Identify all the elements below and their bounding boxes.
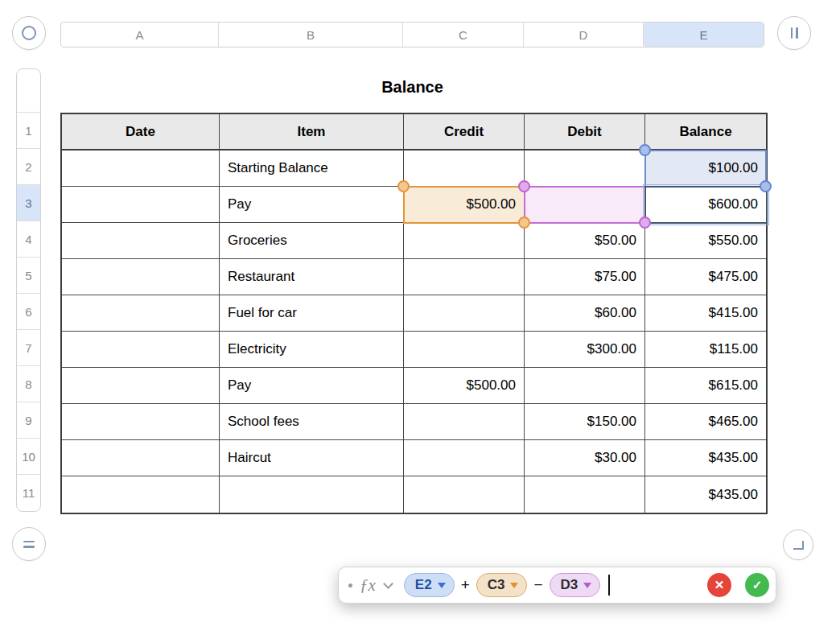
operator-minus: − bbox=[533, 576, 542, 594]
add-column-button[interactable] bbox=[777, 16, 811, 50]
cell-c5[interactable] bbox=[404, 259, 525, 295]
cell-b7[interactable]: Electricity bbox=[220, 332, 404, 368]
header-cell-balance[interactable]: Balance bbox=[645, 114, 766, 150]
cancel-button[interactable]: ✕ bbox=[707, 573, 731, 597]
header-cell-date[interactable]: Date bbox=[62, 114, 220, 150]
balance-table: Date Item Credit Debit Balance Starting … bbox=[60, 113, 768, 514]
cell-b4[interactable]: Groceries bbox=[220, 223, 404, 259]
cell-b6[interactable]: Fuel for car bbox=[220, 295, 404, 332]
table-select-handle[interactable] bbox=[12, 16, 46, 50]
cell-d11[interactable] bbox=[525, 476, 645, 513]
cell-b5[interactable]: Restaurant bbox=[220, 259, 404, 295]
cell-c4[interactable] bbox=[404, 223, 525, 259]
selection-handle-d3-bottom-right[interactable] bbox=[639, 216, 651, 229]
row-header-8[interactable]: 8 bbox=[17, 366, 40, 402]
formula-token-c3[interactable]: C3 bbox=[476, 573, 528, 597]
cell-a7[interactable] bbox=[62, 332, 220, 368]
cell-e7[interactable]: $115.00 bbox=[645, 332, 766, 368]
row-header-4[interactable]: 4 bbox=[17, 221, 40, 258]
table-title[interactable]: Balance bbox=[60, 78, 764, 97]
cell-e6[interactable]: $415.00 bbox=[645, 295, 766, 332]
dropdown-arrow-icon bbox=[438, 583, 446, 588]
cell-c9[interactable] bbox=[404, 404, 525, 440]
row-header-5[interactable]: 5 bbox=[17, 258, 40, 294]
header-cell-credit[interactable]: Credit bbox=[404, 114, 525, 150]
column-header-b[interactable]: B bbox=[219, 23, 403, 47]
cell-c2[interactable] bbox=[404, 150, 525, 187]
cell-b3[interactable]: Pay bbox=[220, 187, 404, 223]
cell-d6[interactable]: $60.00 bbox=[525, 295, 645, 332]
cell-d4[interactable]: $50.00 bbox=[525, 223, 645, 259]
column-header-d[interactable]: D bbox=[524, 23, 644, 47]
cell-b11[interactable] bbox=[220, 476, 404, 513]
cell-c7[interactable] bbox=[404, 332, 525, 368]
cell-e10[interactable]: $435.00 bbox=[645, 440, 766, 476]
cell-a6[interactable] bbox=[62, 295, 220, 332]
cell-b8[interactable]: Pay bbox=[220, 368, 404, 404]
formula-token-e2[interactable]: E2 bbox=[404, 573, 455, 597]
fx-icon[interactable]: ƒx bbox=[358, 575, 377, 596]
header-cell-debit[interactable]: Debit bbox=[525, 114, 645, 150]
row-header-6[interactable]: 6 bbox=[17, 294, 40, 330]
cell-d2[interactable] bbox=[525, 150, 645, 187]
cell-a5[interactable] bbox=[62, 259, 220, 295]
dropdown-arrow-icon bbox=[583, 583, 591, 588]
accept-button[interactable]: ✓ bbox=[745, 573, 769, 597]
cell-d9[interactable]: $150.00 bbox=[525, 404, 645, 440]
formula-bar-dot bbox=[348, 583, 352, 587]
row-header-9[interactable]: 9 bbox=[17, 402, 40, 439]
cell-e3[interactable]: $600.00 bbox=[645, 187, 766, 223]
cell-e8[interactable]: $615.00 bbox=[645, 368, 766, 404]
add-row-button[interactable] bbox=[12, 527, 46, 561]
cell-b10[interactable]: Haircut bbox=[220, 440, 404, 476]
cell-c8[interactable]: $500.00 bbox=[404, 368, 525, 404]
selection-handle-e2-top-left[interactable] bbox=[639, 144, 651, 156]
selection-handle-e2-bottom-right[interactable] bbox=[760, 180, 772, 192]
column-header-c[interactable]: C bbox=[403, 23, 524, 47]
dropdown-arrow-icon bbox=[510, 583, 518, 588]
cell-a11[interactable] bbox=[62, 476, 220, 513]
row-header-7[interactable]: 7 bbox=[17, 330, 40, 366]
cell-a9[interactable] bbox=[62, 404, 220, 440]
row-header-1[interactable]: 1 bbox=[17, 113, 40, 149]
formula-token-d3[interactable]: D3 bbox=[550, 573, 601, 597]
column-bars-icon bbox=[791, 27, 798, 39]
cell-e4[interactable]: $550.00 bbox=[645, 223, 766, 259]
cell-d3[interactable] bbox=[525, 187, 645, 223]
cell-a8[interactable] bbox=[62, 368, 220, 404]
cell-e11[interactable]: $435.00 bbox=[645, 476, 766, 513]
row-header-3[interactable]: 3 bbox=[17, 185, 40, 221]
cell-d10[interactable]: $30.00 bbox=[525, 440, 645, 476]
cell-d7[interactable]: $300.00 bbox=[525, 332, 645, 368]
cell-c3[interactable]: $500.00 bbox=[404, 187, 525, 223]
operator-plus: + bbox=[461, 576, 470, 594]
cell-c11[interactable] bbox=[404, 476, 525, 513]
column-header-a[interactable]: A bbox=[61, 23, 219, 47]
column-header-e[interactable]: E bbox=[644, 23, 764, 47]
cell-a2[interactable] bbox=[62, 150, 220, 187]
cell-a10[interactable] bbox=[62, 440, 220, 476]
row-header-2[interactable]: 2 bbox=[17, 149, 40, 185]
cell-b2[interactable]: Starting Balance bbox=[220, 150, 404, 187]
row-header-bar: 1 2 3 4 5 6 7 8 9 10 11 bbox=[16, 68, 41, 512]
cell-e2[interactable]: $100.00 bbox=[645, 150, 766, 187]
selection-handle-c3-top-left[interactable] bbox=[397, 180, 410, 192]
table-resize-handle[interactable] bbox=[783, 530, 813, 560]
formula-token-label: D3 bbox=[561, 577, 579, 593]
cell-e5[interactable]: $475.00 bbox=[645, 259, 766, 295]
row-header-10[interactable]: 10 bbox=[17, 439, 40, 475]
cell-a3[interactable] bbox=[62, 187, 220, 223]
cell-a4[interactable] bbox=[62, 223, 220, 259]
selection-handle-c3-bottom-right[interactable] bbox=[518, 216, 530, 229]
selection-handle-d3-top-left[interactable] bbox=[518, 180, 530, 192]
row-header-11[interactable]: 11 bbox=[17, 475, 40, 511]
cell-e9[interactable]: $465.00 bbox=[645, 404, 766, 440]
cell-d5[interactable]: $75.00 bbox=[525, 259, 645, 295]
cell-d8[interactable] bbox=[525, 368, 645, 404]
header-cell-item[interactable]: Item bbox=[220, 114, 404, 150]
chevron-down-icon[interactable] bbox=[383, 579, 393, 589]
cell-c10[interactable] bbox=[404, 440, 525, 476]
formula-token-label: E2 bbox=[415, 577, 432, 593]
cell-b9[interactable]: School fees bbox=[220, 404, 404, 440]
cell-c6[interactable] bbox=[404, 295, 525, 332]
